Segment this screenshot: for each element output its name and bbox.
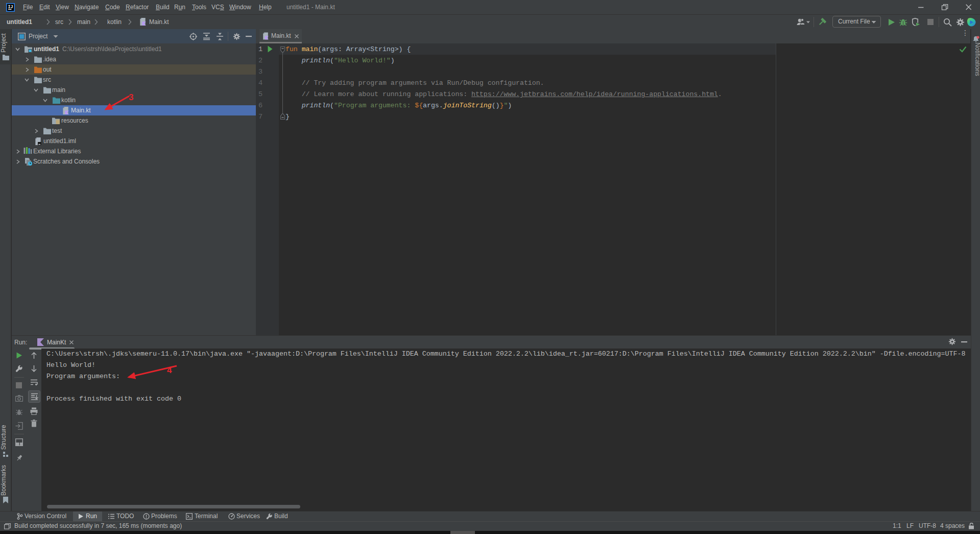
svg-text:IJ: IJ	[8, 5, 13, 10]
